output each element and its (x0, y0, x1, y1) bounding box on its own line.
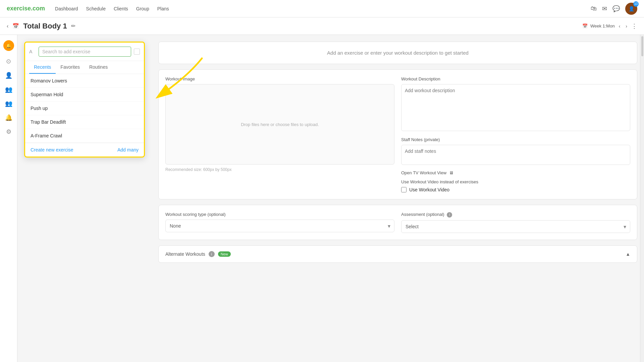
tab-recents[interactable]: Recents (29, 61, 56, 74)
video-checkbox-row: Use Workout Video (401, 187, 630, 192)
logo-text: exercise (7, 5, 31, 12)
assessment-section: Assessment (optional) i Select ▾ (401, 212, 630, 233)
scoring-grid: Workout scoring type (optional) None ▾ A… (165, 212, 630, 233)
right-panel: Add an exercise or enter your workout de… (158, 42, 637, 263)
sub-header: ‹ 📅 Total Body 1 ✏ 📅 Week 1:Mon ‹ › ⋮ (0, 17, 644, 35)
search-panel: A Recents Favorites Routines Romanov Low… (24, 42, 145, 158)
edit-icon[interactable]: ✏ (71, 23, 75, 29)
next-week-button[interactable]: › (624, 22, 629, 30)
tab-routines[interactable]: Routines (85, 61, 112, 74)
calendar-small-icon: 📅 (582, 23, 588, 28)
sub-header-right: 📅 Week 1:Mon ‹ › ⋮ (582, 22, 637, 30)
scoring-dropdown-wrapper: None ▾ (165, 220, 394, 232)
scrollbar-thumb (641, 36, 643, 56)
alternate-info-icon[interactable]: i (209, 251, 215, 257)
alternate-title: Alternate Workouts (165, 251, 205, 257)
add-many-link[interactable]: Add many (117, 147, 139, 153)
avatar[interactable]: 👤 10 (625, 3, 637, 15)
bag-icon[interactable]: 🛍 (591, 5, 597, 12)
exercise-item[interactable]: Push up (25, 102, 144, 115)
exercise-item[interactable]: Trap Bar Deadlift (25, 115, 144, 129)
search-prefix: A (29, 49, 36, 54)
image-label: Workout Image (165, 76, 394, 81)
nav-right: 🛍 ✉ 💬 👤 10 (591, 3, 637, 15)
video-checkbox[interactable] (401, 187, 407, 192)
exercise-item[interactable]: Superman Hold (25, 88, 144, 102)
chat-icon[interactable]: 💬 (612, 5, 620, 12)
description-label: Workout Description (401, 76, 630, 81)
nav-dashboard[interactable]: Dashboard (55, 6, 78, 11)
page-title: Total Body 1 (23, 22, 67, 31)
sidebar-settings-icon[interactable]: ⚙ (6, 128, 11, 135)
calendar-icon[interactable]: 📅 (12, 23, 19, 29)
right-scrollbar[interactable] (640, 35, 644, 362)
notification-badge: 10 (633, 1, 639, 7)
video-checkbox-label: Use Workout Video (409, 187, 449, 192)
search-checkbox[interactable] (134, 49, 140, 55)
scoring-section: Workout scoring type (optional) None ▾ A… (158, 205, 637, 240)
image-drop-zone[interactable]: Drop files here or choose files to uploa… (165, 84, 394, 165)
prev-week-button[interactable]: ‹ (618, 22, 622, 30)
staff-notes-textarea[interactable] (401, 145, 630, 165)
tv-icon: 🖥 (449, 170, 453, 175)
assessment-label: Assessment (optional) i (401, 212, 630, 218)
exercise-item[interactable]: Romanov Lowers (25, 74, 144, 88)
nav-clients[interactable]: Clients (114, 6, 128, 11)
sidebar-avatar[interactable]: 🔔 (3, 40, 14, 51)
collapse-button[interactable]: ▲ (626, 251, 630, 257)
assessment-dropdown[interactable]: Select (401, 220, 630, 233)
more-options-button[interactable]: ⋮ (631, 22, 637, 30)
image-placeholder-text: Drop files here or choose files to uploa… (241, 122, 319, 127)
mail-icon[interactable]: ✉ (602, 5, 607, 12)
left-sidebar: 🔔 ⊙ 👤 👥 👥 🔔 ⚙ (0, 35, 17, 362)
sidebar-community-icon[interactable]: 👥 (5, 100, 12, 107)
staff-notes-section: Staff Notes (private) (401, 137, 630, 166)
exercise-list: Romanov Lowers Superman Hold Push up Tra… (25, 74, 144, 143)
search-header: A (25, 43, 144, 61)
sub-header-left: ‹ 📅 Total Body 1 ✏ (7, 22, 75, 31)
image-size-hint: Recommended size: 600px by 500px (165, 167, 394, 172)
top-navigation: exercise.com Dashboard Schedule Clients … (0, 0, 644, 17)
back-button[interactable]: ‹ (7, 23, 8, 29)
main-content: A Recents Favorites Routines Romanov Low… (17, 35, 644, 362)
tv-view-row[interactable]: Open TV Workout View 🖥 (401, 170, 630, 175)
image-section: Workout Image Drop files here or choose … (165, 76, 394, 192)
alternate-workouts-section: Alternate Workouts i New ▲ (158, 245, 637, 263)
search-footer: Create new exercise Add many (25, 143, 144, 157)
nav-group[interactable]: Group (136, 6, 149, 11)
description-section: Workout Description Staff Notes (private… (401, 76, 630, 192)
create-exercise-link[interactable]: Create new exercise (31, 147, 73, 153)
search-tabs: Recents Favorites Routines (25, 61, 144, 74)
alternate-left: Alternate Workouts i New (165, 251, 231, 257)
sidebar-home-icon[interactable]: ⊙ (6, 58, 11, 65)
assessment-info-icon[interactable]: i (447, 212, 452, 218)
workout-prompt-text: Add an exercise or enter your workout de… (327, 50, 469, 56)
exercise-item[interactable]: A-Frame Crawl (25, 129, 144, 143)
video-section-label: Use Workout Video instead of exercises (401, 179, 630, 184)
app-logo[interactable]: exercise.com (7, 5, 45, 12)
workout-video-section: Use Workout Video instead of exercises U… (401, 179, 630, 192)
sidebar-bell-icon[interactable]: 🔔 (5, 114, 12, 121)
staff-notes-label: Staff Notes (private) (401, 137, 630, 142)
search-input[interactable] (39, 47, 131, 57)
workout-details: Workout Image Drop files here or choose … (158, 69, 637, 199)
assessment-dropdown-wrapper: Select ▾ (401, 220, 630, 233)
main-nav: Dashboard Schedule Clients Group Plans (55, 6, 169, 11)
scoring-dropdown[interactable]: None (165, 220, 394, 232)
sidebar-person-icon[interactable]: 👤 (5, 72, 12, 79)
description-textarea[interactable] (401, 84, 630, 131)
workout-prompt: Add an exercise or enter your workout de… (158, 42, 637, 64)
nav-schedule[interactable]: Schedule (86, 6, 106, 11)
scoring-type-section: Workout scoring type (optional) None ▾ (165, 212, 394, 233)
logo-tld: .com (31, 5, 45, 12)
new-badge: New (218, 251, 231, 257)
nav-plans[interactable]: Plans (157, 6, 169, 11)
workout-details-grid: Workout Image Drop files here or choose … (165, 76, 630, 192)
tv-label: Open TV Workout View (401, 170, 446, 175)
week-label: Week 1:Mon (590, 23, 615, 28)
scoring-label: Workout scoring type (optional) (165, 212, 394, 217)
tab-favorites[interactable]: Favorites (56, 61, 85, 74)
sidebar-group-icon[interactable]: 👥 (5, 86, 12, 93)
